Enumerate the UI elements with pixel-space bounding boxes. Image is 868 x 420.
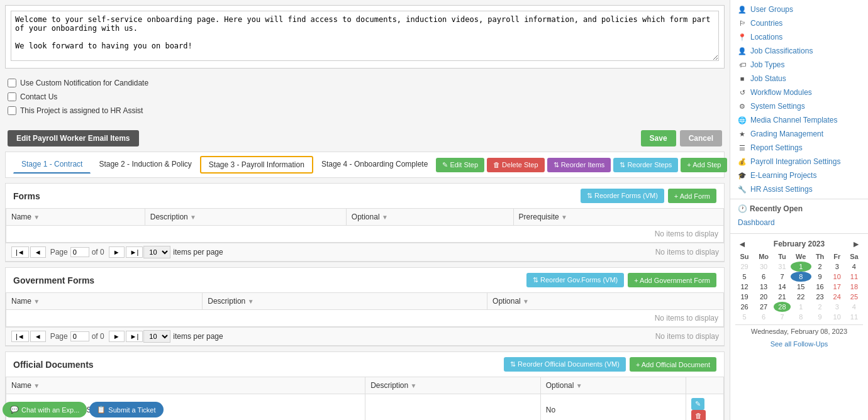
cal-day-cell[interactable]: 24 — [829, 292, 845, 302]
gov-page-input[interactable] — [70, 331, 89, 341]
cancel-button[interactable]: Cancel — [680, 130, 722, 146]
custom-notification-checkbox[interactable] — [8, 79, 16, 87]
cal-day-cell[interactable]: 23 — [811, 292, 829, 302]
cal-day-cell[interactable]: 13 — [754, 282, 774, 292]
gov-first-page[interactable]: |◄ — [11, 331, 29, 342]
cal-day-cell[interactable]: 3 — [829, 302, 845, 312]
cal-day-cell[interactable]: 5 — [735, 272, 754, 282]
forms-last-page[interactable]: ►| — [126, 246, 143, 258]
sidebar-item-job-types[interactable]: 🏷 Job Types — [730, 58, 868, 72]
doc-delete-button[interactable]: 🗑 — [691, 410, 706, 420]
stage-tab-3[interactable]: Stage 3 - Payroll Information — [200, 156, 313, 174]
cal-day-cell[interactable]: 21 — [774, 292, 791, 302]
cal-day-cell[interactable]: 18 — [845, 282, 863, 292]
docs-col-description[interactable]: Description ▼ — [365, 377, 541, 394]
stage-tab-4[interactable]: Stage 4 - Onboarding Complete — [313, 156, 436, 174]
forms-page-input[interactable] — [70, 247, 89, 257]
gov-per-page-select[interactable]: 10 25 50 — [143, 330, 170, 343]
cal-day-cell[interactable]: 6 — [754, 272, 774, 282]
cal-day-cell[interactable]: 29 — [735, 262, 754, 272]
edit-step-button[interactable]: ✎ Edit Step — [436, 158, 484, 172]
sidebar-item-grading-management[interactable]: ★ Grading Management — [730, 127, 868, 141]
cal-day-cell[interactable]: 15 — [791, 282, 811, 292]
cal-day-cell[interactable]: 17 — [829, 282, 845, 292]
cal-day-cell[interactable]: 9 — [811, 312, 829, 322]
forms-next-page[interactable]: ► — [109, 246, 125, 258]
docs-col-optional[interactable]: Optional ▼ — [540, 377, 686, 394]
chat-with-expert-button[interactable]: 💬 Chat with an Exp... — [3, 402, 87, 417]
forms-col-optional[interactable]: Optional ▼ — [346, 209, 513, 226]
reorder-items-button[interactable]: ⇅ Reorder Items — [547, 158, 611, 172]
edit-payroll-button[interactable]: Edit Payroll Worker Email Items — [8, 130, 139, 146]
calendar-prev-button[interactable]: ◄ — [735, 239, 749, 249]
doc-edit-button[interactable]: ✎ — [691, 398, 704, 410]
cal-day-cell[interactable]: 4 — [845, 302, 863, 312]
cal-day-cell[interactable]: 10 — [829, 312, 845, 322]
submit-ticket-button[interactable]: 📋 Submit a Ticket — [89, 402, 163, 417]
cal-day-cell[interactable]: 19 — [735, 292, 754, 302]
cal-day-cell[interactable]: 30 — [754, 262, 774, 272]
cal-day-cell[interactable]: 25 — [845, 292, 863, 302]
add-form-button[interactable]: + Add Form — [668, 189, 716, 203]
cal-day-cell[interactable]: 20 — [754, 292, 774, 302]
delete-step-button[interactable]: 🗑 Delete Step — [487, 158, 545, 172]
gov-next-page[interactable]: ► — [109, 331, 125, 342]
add-step-button[interactable]: + Add Step — [681, 158, 727, 172]
cal-day-cell[interactable]: 1 — [791, 302, 811, 312]
cal-day-cell[interactable]: 8 — [791, 272, 811, 282]
cal-day-cell[interactable]: 5 — [735, 312, 754, 322]
cal-day-cell[interactable]: 10 — [829, 272, 845, 282]
cal-day-cell[interactable]: 4 — [845, 262, 863, 272]
sidebar-item-payroll-integration[interactable]: 💰 Payroll Integration Settings — [730, 155, 868, 169]
see-all-follow-ups[interactable]: See all Follow-Ups — [735, 338, 863, 350]
recently-open-dashboard[interactable]: Dashboard — [738, 217, 860, 228]
gov-prev-page[interactable]: ◄ — [30, 331, 46, 342]
sidebar-item-system-settings[interactable]: ⚙ System Settings — [730, 99, 868, 113]
cal-day-cell[interactable]: 6 — [754, 312, 774, 322]
gov-col-name[interactable]: Name ▼ — [6, 293, 203, 310]
sidebar-item-countries[interactable]: 🏳 Countries — [730, 16, 868, 30]
forms-col-prerequisite[interactable]: Prerequisite ▼ — [513, 209, 723, 226]
sidebar-item-media-channel-templates[interactable]: 🌐 Media Channel Templates — [730, 113, 868, 127]
cal-day-cell[interactable]: 3 — [829, 262, 845, 272]
cal-day-cell[interactable]: 2 — [811, 302, 829, 312]
cal-day-cell[interactable]: 7 — [774, 312, 791, 322]
calendar-next-button[interactable]: ► — [849, 239, 863, 249]
reorder-steps-button[interactable]: ⇅ Reorder Steps — [613, 158, 678, 172]
cal-day-cell[interactable]: 16 — [811, 282, 829, 292]
add-official-doc-button[interactable]: + Add Official Document — [630, 357, 716, 372]
gov-col-optional[interactable]: Optional ▼ — [487, 293, 724, 310]
contact-us-checkbox[interactable] — [8, 92, 16, 101]
sidebar-item-report-settings[interactable]: ☰ Report Settings — [730, 141, 868, 155]
forms-col-description[interactable]: Description ▼ — [145, 209, 346, 226]
cal-day-cell[interactable]: 22 — [791, 292, 811, 302]
cal-day-cell[interactable]: 14 — [774, 282, 791, 292]
forms-prev-page[interactable]: ◄ — [30, 246, 46, 258]
add-gov-form-button[interactable]: + Add Government Form — [628, 273, 716, 287]
forms-per-page-select[interactable]: 10 25 50 — [143, 246, 170, 258]
welcome-textarea[interactable]: Welcome to your self-service onboarding … — [11, 11, 719, 61]
sidebar-item-user-groups[interactable]: 👤 User Groups — [730, 3, 868, 16]
reorder-forms-button[interactable]: ⇅ Reorder Forms (VM) — [581, 189, 664, 203]
cal-day-cell[interactable]: 12 — [735, 282, 754, 292]
stage-tab-1[interactable]: Stage 1 - Contract — [13, 156, 91, 174]
cal-day-cell[interactable]: 26 — [735, 302, 754, 312]
cal-day-cell[interactable]: 9 — [811, 272, 829, 282]
sidebar-item-locations[interactable]: 📍 Locations — [730, 30, 868, 44]
hr-assist-checkbox[interactable] — [8, 106, 16, 115]
reorder-gov-forms-button[interactable]: ⇅ Reorder Gov.Forms (VM) — [526, 273, 624, 287]
save-button[interactable]: Save — [641, 130, 676, 146]
cal-day-cell[interactable]: 1 — [791, 262, 811, 272]
gov-col-description[interactable]: Description ▼ — [203, 293, 487, 310]
sidebar-item-job-status[interactable]: ■ Job Status — [730, 72, 868, 86]
gov-last-page[interactable]: ►| — [126, 331, 143, 342]
forms-col-name[interactable]: Name ▼ — [6, 209, 145, 226]
cal-day-cell[interactable]: 28 — [774, 302, 791, 312]
cal-day-cell[interactable]: 2 — [811, 262, 829, 272]
cal-day-cell[interactable]: 31 — [774, 262, 791, 272]
forms-first-page[interactable]: |◄ — [11, 246, 29, 258]
cal-day-cell[interactable]: 7 — [774, 272, 791, 282]
reorder-official-docs-button[interactable]: ⇅ Reorder Official Documents (VM) — [504, 357, 626, 372]
cal-day-cell[interactable]: 11 — [845, 312, 863, 322]
docs-col-name[interactable]: Name ▼ — [6, 377, 365, 394]
